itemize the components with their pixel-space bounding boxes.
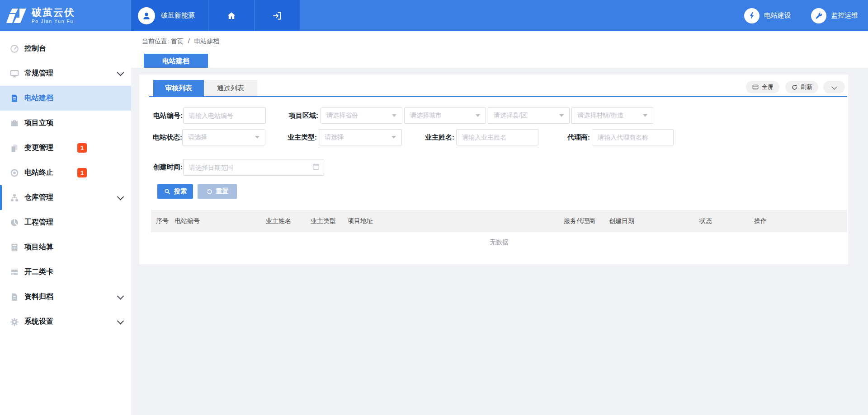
table-header-row: 序号 电站编号 业主姓名 业主类型 项目地址 服务代理商 创建日期 状态 操作 (151, 210, 847, 232)
dashboard-icon (9, 43, 20, 54)
tab-underline (149, 96, 847, 97)
sidebar-item-general-mgmt[interactable]: 常规管理 (0, 61, 131, 86)
document-icon (9, 93, 20, 104)
sidebar-item-warehouse-mgmt[interactable]: 仓库管理 (0, 185, 131, 210)
refresh-button[interactable]: 刷新 (785, 81, 818, 93)
region-label: 项目区域: (275, 107, 318, 124)
col-address: 项目地址 (348, 210, 373, 232)
owner-name-label: 业主姓名: (410, 129, 454, 145)
nav-station-build-label: 电站建设 (764, 11, 791, 20)
sidebar: 控制台 常规管理 电站建档 项目立项 变更管理 1 电站终止 1 (0, 31, 131, 415)
breadcrumb-home-link[interactable]: 首页 (171, 37, 184, 45)
station-status-select[interactable]: 请选择 (182, 129, 265, 145)
logout-button[interactable] (254, 0, 300, 31)
refresh-icon (791, 84, 798, 91)
sidebar-item-station-archive[interactable]: 电站建档 (0, 86, 131, 111)
calendar-icon (312, 163, 320, 173)
caret-down-icon (392, 114, 396, 117)
home-button[interactable] (208, 0, 255, 31)
caret-down-icon (643, 114, 647, 117)
region-city-select[interactable]: 请选择城市 (404, 107, 486, 124)
nav-monitor-ops[interactable]: 监控运维 (811, 8, 858, 23)
cards-icon (9, 267, 20, 278)
col-create-date: 创建日期 (609, 210, 634, 232)
caret-down-icon (559, 114, 564, 117)
col-agent: 服务代理商 (564, 210, 595, 232)
company-name: 破茧新能源 (161, 11, 195, 20)
sidebar-item-engineering-mgmt[interactable]: 工程管理 (0, 210, 131, 235)
col-owner-type: 业主类型 (311, 210, 336, 232)
page-tab-station-archive[interactable]: 电站建档 (144, 54, 208, 68)
content-panel: 审核列表 通过列表 全屏 刷新 电站编号: 项目区域: 请选择省份 请选择城市 … (139, 75, 848, 264)
reset-icon (206, 188, 213, 195)
sidebar-item-system-settings[interactable]: 系统设置 (0, 309, 131, 334)
breadcrumb-bar: 当前位置: 首页 / 电站建档 电站建档 (131, 31, 868, 68)
owner-type-label: 业主类型: (275, 129, 317, 145)
breadcrumb-separator: / (188, 37, 190, 45)
col-actions: 操作 (754, 210, 767, 232)
col-owner-name: 业主姓名 (266, 210, 291, 232)
logout-icon (272, 10, 283, 21)
brand-tagline: Po Jian Yun Fu (32, 19, 75, 24)
gauge-icon (9, 217, 20, 228)
home-icon (226, 10, 237, 21)
chevron-down-icon (117, 317, 124, 325)
sidebar-item-station-termination[interactable]: 电站终止 1 (0, 160, 131, 185)
copy-icon (9, 143, 20, 154)
sidebar-item-open-card[interactable]: 开二类卡 (0, 260, 131, 284)
region-town-select[interactable]: 请选择村镇/街道 (571, 107, 653, 124)
sidebar-item-data-archive[interactable]: 资料归档 (0, 284, 131, 309)
tab-passed-list[interactable]: 通过列表 (204, 80, 257, 96)
search-button[interactable]: 搜索 (157, 184, 193, 199)
nav-monitor-ops-label: 监控运维 (831, 11, 858, 20)
chevron-down-icon (117, 193, 124, 201)
user-avatar-icon (138, 7, 155, 24)
reset-button[interactable]: 重置 (198, 184, 237, 199)
calculator-icon (9, 242, 20, 253)
sidebar-item-project-initiation[interactable]: 项目立项 (0, 111, 131, 135)
header: 破茧云伏 Po Jian Yun Fu 破茧新能源 电站建设 监控运维 (0, 0, 868, 31)
breadcrumb-prefix: 当前位置: (142, 37, 169, 45)
station-no-label: 电站编号: (143, 107, 183, 124)
col-status: 状态 (699, 210, 712, 232)
owner-type-select[interactable]: 请选择 (319, 129, 402, 145)
empty-placeholder: 无数据 (151, 232, 847, 252)
sidebar-item-change-mgmt[interactable]: 变更管理 1 (0, 135, 131, 160)
sidebar-item-project-settlement[interactable]: 项目结算 (0, 235, 131, 260)
breadcrumb: 当前位置: 首页 / 电站建档 (142, 37, 219, 46)
station-no-input[interactable] (183, 107, 266, 124)
results-table: 序号 电站编号 业主姓名 业主类型 项目地址 服务代理商 创建日期 状态 操作 … (151, 210, 847, 252)
wrench-icon (811, 8, 826, 23)
created-time-range-input[interactable] (183, 159, 324, 176)
collapse-button[interactable] (823, 81, 845, 93)
chevron-down-icon (117, 69, 124, 76)
briefcase-icon (9, 118, 20, 129)
nav-station-build[interactable]: 电站建设 (744, 8, 791, 23)
caret-down-icon (255, 136, 259, 139)
chevron-down-icon (831, 84, 837, 89)
monitor-icon (9, 68, 20, 79)
bolt-icon (744, 8, 760, 23)
station-status-label: 电站状态: (143, 129, 182, 145)
created-time-label: 创建时间: (143, 159, 183, 175)
brand-mark-icon (6, 7, 27, 25)
region-county-select[interactable]: 请选择县/区 (488, 107, 570, 124)
agent-label: 代理商: (548, 129, 590, 145)
target-icon (9, 168, 20, 178)
sitemap-icon (9, 192, 20, 203)
brand-logo: 破茧云伏 Po Jian Yun Fu (0, 0, 131, 31)
region-province-select[interactable]: 请选择省份 (321, 107, 402, 124)
badge-count: 1 (77, 143, 87, 153)
caret-down-icon (392, 136, 396, 139)
fullscreen-button[interactable]: 全屏 (746, 81, 779, 93)
owner-name-input[interactable] (456, 129, 538, 145)
fullscreen-icon (752, 84, 759, 91)
file-icon (9, 292, 20, 303)
agent-input[interactable] (592, 129, 674, 145)
gear-icon (9, 317, 20, 327)
sidebar-item-console[interactable]: 控制台 (0, 36, 131, 61)
caret-down-icon (476, 114, 480, 117)
breadcrumb-current: 电站建档 (194, 37, 219, 45)
tab-review-list[interactable]: 审核列表 (153, 80, 204, 96)
header-user[interactable]: 破茧新能源 (131, 0, 208, 31)
